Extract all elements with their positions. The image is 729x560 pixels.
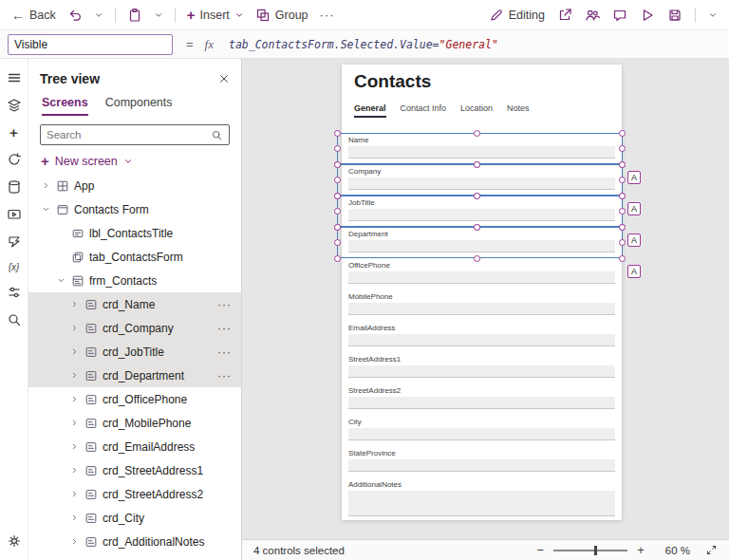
tree-item-crd-stateprovince[interactable]: crd_StateProvince (28, 553, 241, 560)
tree-item-tab-contactsform[interactable]: tab_ContactsForm (28, 245, 241, 269)
text-input-control[interactable] (348, 397, 615, 409)
selection-handle[interactable] (474, 224, 480, 231)
text-input-control[interactable] (348, 334, 615, 346)
paste-options-chevron[interactable] (154, 10, 163, 20)
zoom-slider-thumb[interactable] (594, 546, 597, 555)
more-commands-button[interactable]: ··· (320, 8, 335, 22)
selection-handle[interactable] (334, 208, 341, 215)
chevron-down-icon[interactable] (53, 276, 68, 285)
tree-item-crd-department[interactable]: crd_Department ··· (28, 364, 241, 387)
undo-button[interactable] (67, 8, 83, 23)
zoom-out-button[interactable]: − (537, 543, 545, 557)
back-button[interactable]: ← Back (11, 8, 56, 23)
tree-view-icon[interactable] (7, 98, 22, 113)
form-field-jobtitle[interactable]: JobTitle (348, 196, 615, 227)
chevron-right-icon[interactable] (66, 442, 82, 451)
tree-item-contacts-form[interactable]: Contacts Form (28, 197, 241, 221)
form-field-officephone[interactable]: OfficePhone (348, 258, 615, 289)
form-tab-notes[interactable]: Notes (507, 103, 530, 118)
zoom-slider[interactable] (553, 550, 627, 551)
text-input-control[interactable] (348, 303, 615, 315)
text-input-control[interactable] (348, 240, 615, 252)
chevron-right-icon[interactable] (38, 181, 53, 190)
tree-search-box[interactable] (40, 124, 230, 145)
tab-components[interactable]: Components (105, 96, 173, 116)
chevron-right-icon[interactable] (66, 324, 82, 332)
text-control-badge[interactable]: A (627, 202, 641, 215)
form-field-mobilephone[interactable]: MobilePhone (348, 289, 615, 321)
text-input-control[interactable] (348, 209, 615, 221)
comments-button[interactable] (612, 8, 627, 23)
zoom-percentage[interactable]: 60 % (665, 545, 690, 556)
selection-handle[interactable] (334, 239, 341, 246)
zoom-in-button[interactable]: + (637, 543, 645, 557)
selection-handle[interactable] (619, 130, 626, 137)
chevron-down-icon[interactable] (38, 205, 53, 214)
tree-item-app[interactable]: App (28, 174, 241, 197)
search-rail-icon[interactable] (7, 312, 22, 327)
chevron-right-icon[interactable] (66, 347, 82, 356)
tree-item-crd-additionalnotes[interactable]: crd_AdditionalNotes (28, 530, 241, 553)
more-options-icon[interactable]: ··· (217, 345, 232, 359)
tree-item-lbl-contactstitle[interactable]: lbl_ContactsTitle (28, 221, 241, 245)
selection-handle[interactable] (334, 145, 341, 152)
data-refresh-icon[interactable] (7, 152, 22, 167)
insert-rail-icon[interactable]: + (9, 125, 18, 140)
close-panel-button[interactable] (218, 73, 230, 84)
tree-item-frm-contacts[interactable]: frm_Contacts (28, 269, 241, 292)
tree-item-crd-streetaddress1[interactable]: crd_StreetAddress1 (28, 458, 241, 482)
form-field-emailaddress[interactable]: EmailAddress (348, 321, 615, 352)
tree-item-crd-jobtitle[interactable]: crd_JobTitle ··· (28, 340, 241, 364)
chevron-right-icon[interactable] (66, 490, 82, 498)
form-field-streetaddress1[interactable]: StreetAddress1 (348, 352, 615, 383)
form-field-additionalnotes[interactable]: AdditionalNotes (348, 477, 615, 516)
text-input-control[interactable] (348, 365, 615, 378)
selection-handle[interactable] (474, 130, 480, 137)
paste-button[interactable] (127, 8, 142, 23)
more-options-icon[interactable]: ··· (217, 369, 232, 383)
form-field-name[interactable]: Name (348, 133, 615, 164)
menu-icon[interactable] (7, 70, 22, 85)
selection-handle[interactable] (334, 255, 341, 262)
selection-handle[interactable] (619, 239, 626, 246)
more-options-icon[interactable]: ··· (217, 298, 232, 311)
text-input-control[interactable] (348, 146, 615, 159)
share-button[interactable] (557, 8, 572, 23)
media-icon[interactable] (7, 207, 22, 222)
contacts-screen[interactable]: Contacts General Contact Info Location N… (342, 65, 622, 520)
undo-options-chevron[interactable] (94, 10, 103, 20)
screen-title-label[interactable]: Contacts (354, 71, 431, 92)
tree-item-crd-mobilephone[interactable]: crd_MobilePhone (28, 411, 241, 435)
chevron-right-icon[interactable] (66, 513, 82, 522)
editing-mode-button[interactable]: Editing (489, 8, 545, 23)
property-selector[interactable] (8, 34, 173, 55)
chevron-right-icon[interactable] (66, 300, 82, 308)
database-icon[interactable] (7, 179, 22, 195)
tab-screens[interactable]: Screens (42, 96, 88, 116)
selection-handle[interactable] (619, 208, 626, 215)
chevron-right-icon[interactable] (66, 419, 82, 427)
selection-handle[interactable] (474, 193, 480, 199)
selection-handle[interactable] (474, 161, 480, 168)
selection-handle[interactable] (474, 255, 480, 262)
form-tab-contact-info[interactable]: Contact Info (401, 103, 447, 118)
selection-handle[interactable] (619, 177, 626, 183)
save-options-chevron[interactable] (708, 10, 718, 20)
property-chevron-icon[interactable] (165, 40, 166, 49)
form-tab-location[interactable]: Location (460, 103, 493, 118)
form-field-department[interactable]: Department (348, 227, 615, 258)
selection-handle[interactable] (619, 255, 626, 262)
selection-handle[interactable] (619, 193, 626, 199)
tree-item-crd-name[interactable]: crd_Name ··· (28, 292, 241, 316)
chevron-right-icon[interactable] (66, 537, 82, 546)
more-options-icon[interactable]: ··· (217, 322, 232, 335)
group-button[interactable]: Group (255, 8, 308, 23)
text-input-control[interactable] (348, 177, 615, 190)
selection-handle[interactable] (334, 193, 341, 199)
selection-handle[interactable] (334, 130, 341, 137)
selection-handle[interactable] (334, 177, 341, 183)
design-canvas[interactable]: Contacts General Contact Info Location N… (242, 59, 729, 539)
tree-item-crd-officephone[interactable]: crd_OfficePhone (28, 387, 241, 411)
text-control-badge[interactable]: A (627, 233, 641, 247)
text-input-control[interactable] (348, 271, 615, 284)
